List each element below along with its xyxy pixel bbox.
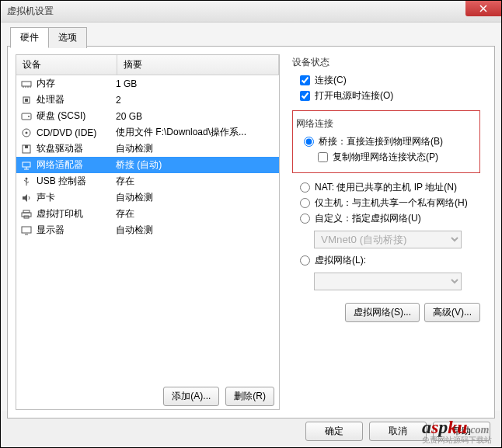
network-connection-highlight: 网络连接 桥接：直接连接到物理网络(B) 复制物理网络连接状态(P): [292, 110, 480, 173]
content-area: 设备 摘要 内存1 GB处理器2硬盘 (SCSI)20 GBCD/DVD (ID…: [7, 46, 495, 418]
device-row-sound[interactable]: 声卡自动检测: [16, 189, 279, 206]
device-name: 显示器: [37, 224, 64, 237]
hostonly-radio-row[interactable]: 仅主机：与主机共享一个私有网络(H): [300, 196, 480, 210]
device-name: 硬盘 (SCSI): [37, 109, 85, 123]
network-connection-label: 网络连接: [296, 117, 476, 130]
left-buttons: 添加(A)... 删除(R): [16, 380, 279, 409]
col-device: 设备: [16, 55, 117, 75]
svg-point-10: [26, 131, 28, 134]
svg-point-8: [28, 116, 30, 117]
lan-segment-radio[interactable]: [300, 255, 310, 266]
device-row-cd[interactable]: CD/DVD (IDE)使用文件 F:\Download\操作系...: [16, 124, 279, 141]
hdd-icon: [19, 112, 33, 121]
nat-radio-row[interactable]: NAT: 使用已共享的主机 IP 地址(N): [300, 181, 480, 194]
nat-label: NAT: 使用已共享的主机 IP 地址(N): [315, 181, 457, 194]
window-title: 虚拟机设置: [7, 5, 54, 18]
connected-label: 连接(C): [315, 74, 347, 87]
virtual-network-button[interactable]: 虚拟网络(S)...: [345, 303, 420, 322]
vm-settings-dialog: 虚拟机设置 硬件 选项 设备 摘要 内存1 GB处理器2硬盘 (SCSI)20 …: [0, 0, 502, 448]
right-buttons: 虚拟网络(S)... 高级(V)...: [292, 303, 480, 322]
device-name: 网络适配器: [37, 158, 83, 172]
device-summary: 使用文件 F:\Download\操作系...: [116, 126, 276, 139]
svg-rect-0: [22, 82, 31, 86]
custom-radio[interactable]: [300, 214, 310, 224]
lan-segment-label: 虚拟网络(L):: [315, 254, 366, 267]
add-button[interactable]: 添加(A)...: [163, 387, 219, 406]
device-name: CD/DVD (IDE): [37, 127, 96, 138]
net-icon: [19, 161, 33, 170]
usb-icon: [19, 176, 33, 187]
device-name: 虚拟打印机: [37, 207, 83, 221]
device-row-floppy[interactable]: 软盘驱动器自动检测: [16, 141, 279, 157]
device-summary: 自动检测: [116, 191, 276, 204]
cancel-button[interactable]: 取消: [369, 422, 427, 441]
ok-button[interactable]: 确定: [305, 422, 363, 441]
device-row-usb[interactable]: USB 控制器存在: [16, 173, 279, 189]
replicate-checkbox[interactable]: [318, 152, 328, 162]
tab-hardware[interactable]: 硬件: [10, 27, 49, 48]
hostonly-radio[interactable]: [300, 198, 310, 208]
floppy-icon: [19, 144, 33, 155]
bridged-radio[interactable]: [304, 137, 314, 147]
sound-icon: [19, 193, 33, 203]
advanced-button[interactable]: 高级(V)...: [424, 303, 480, 322]
connect-at-power-row[interactable]: 打开电源时连接(O): [300, 89, 480, 102]
connected-checkbox-row[interactable]: 连接(C): [300, 74, 480, 87]
device-row-net[interactable]: 网络适配器桥接 (自动): [16, 157, 279, 173]
device-status-group: 设备状态 连接(C) 打开电源时连接(O): [292, 56, 480, 102]
replicate-row[interactable]: 复制物理网络连接状态(P): [318, 151, 476, 164]
device-name: 内存: [37, 77, 55, 90]
svg-rect-6: [25, 99, 28, 102]
footer-buttons: 确定 取消 帮助: [305, 422, 490, 441]
device-row-hdd[interactable]: 硬盘 (SCSI)20 GB: [16, 108, 279, 124]
printer-icon: [19, 210, 33, 219]
device-summary: 2: [116, 95, 276, 106]
replicate-label: 复制物理网络连接状态(P): [333, 151, 438, 164]
device-name: USB 控制器: [37, 175, 86, 188]
tab-options[interactable]: 选项: [48, 27, 87, 48]
device-summary: 存在: [116, 207, 276, 221]
connect-at-power-label: 打开电源时连接(O): [315, 89, 393, 102]
device-row-display[interactable]: 显示器自动检测: [16, 222, 279, 238]
svg-rect-23: [22, 227, 31, 233]
bridged-radio-row[interactable]: 桥接：直接连接到物理网络(B): [304, 135, 476, 148]
dialog-body: 设备 摘要 内存1 GB处理器2硬盘 (SCSI)20 GBCD/DVD (ID…: [1, 23, 501, 411]
device-list[interactable]: 内存1 GB处理器2硬盘 (SCSI)20 GBCD/DVD (IDE)使用文件…: [16, 75, 279, 380]
device-summary: 自动检测: [116, 224, 276, 237]
custom-radio-row[interactable]: 自定义：指定虚拟网络(U): [300, 212, 480, 225]
device-summary: 自动检测: [116, 142, 276, 155]
close-icon: [479, 5, 487, 12]
svg-rect-7: [22, 113, 31, 120]
device-summary: 20 GB: [116, 111, 276, 122]
device-summary: 1 GB: [116, 78, 276, 89]
nat-radio[interactable]: [300, 182, 310, 193]
list-header: 设备 摘要: [16, 55, 279, 75]
connected-checkbox[interactable]: [300, 75, 310, 85]
col-summary: 摘要: [117, 55, 279, 75]
device-row-printer[interactable]: 虚拟打印机存在: [16, 206, 279, 222]
remove-button[interactable]: 删除(R): [225, 387, 274, 406]
device-row-cpu[interactable]: 处理器2: [16, 92, 279, 108]
device-status-label: 设备状态: [292, 56, 480, 69]
svg-rect-12: [25, 145, 28, 148]
custom-label: 自定义：指定虚拟网络(U): [315, 212, 421, 225]
device-name: 软盘驱动器: [37, 142, 83, 155]
bridged-label: 桥接：直接连接到物理网络(B): [319, 135, 443, 148]
device-name: 声卡: [37, 191, 55, 204]
svg-rect-13: [23, 162, 30, 167]
help-button[interactable]: 帮助: [433, 422, 490, 441]
device-row-memory[interactable]: 内存1 GB: [16, 75, 279, 92]
right-panel: 设备状态 连接(C) 打开电源时连接(O) 网络连接 桥接：直接连接到物理网络(…: [280, 54, 486, 410]
tab-strip: 硬件 选项: [10, 27, 86, 48]
hostonly-label: 仅主机：与主机共享一个私有网络(H): [315, 196, 468, 210]
device-summary: 存在: [116, 175, 276, 188]
display-icon: [19, 226, 33, 235]
connect-at-power-checkbox[interactable]: [300, 91, 310, 101]
lan-segment-select: [314, 273, 462, 290]
close-button[interactable]: [465, 1, 501, 16]
lan-segment-radio-row[interactable]: 虚拟网络(L):: [300, 254, 480, 267]
cd-icon: [19, 127, 33, 138]
titlebar: 虚拟机设置: [1, 1, 501, 23]
custom-select: VMnet0 (自动桥接): [314, 231, 462, 248]
device-list-panel: 设备 摘要 内存1 GB处理器2硬盘 (SCSI)20 GBCD/DVD (ID…: [16, 54, 280, 410]
